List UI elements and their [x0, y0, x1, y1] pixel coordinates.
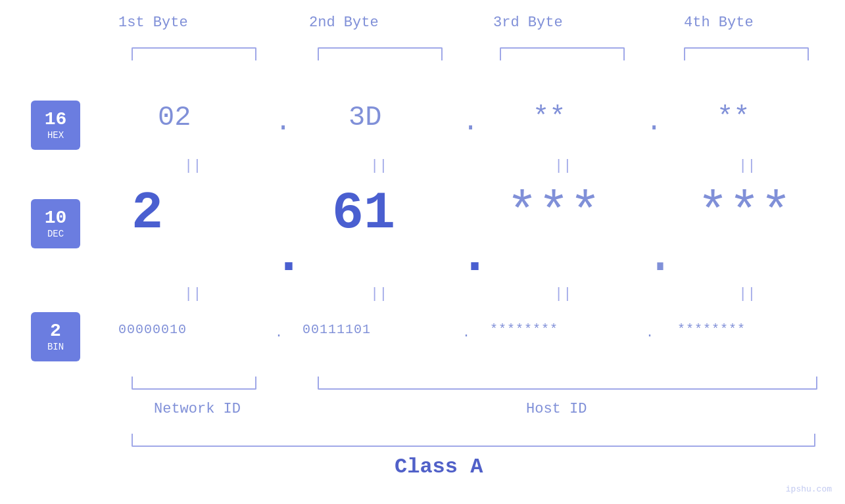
bottom-bracket-234 — [318, 377, 817, 390]
eq1-byte1: || — [184, 158, 201, 174]
hex-byte1: 02 — [158, 102, 191, 133]
class-bar — [132, 434, 815, 447]
dec-byte3: *** — [506, 187, 601, 240]
hex-dot-3: . — [646, 106, 662, 138]
byte4-header: 4th Byte — [684, 14, 754, 31]
dec-badge: 10 DEC — [31, 199, 80, 248]
dec-dot-2: . — [459, 230, 491, 283]
dec-dot-3: . — [644, 230, 676, 283]
bin-byte3: ******** — [490, 322, 558, 337]
host-id-label: Host ID — [526, 401, 587, 417]
byte3-header: 3rd Byte — [493, 14, 563, 31]
eq2-byte4: || — [738, 286, 756, 302]
bin-byte2: 00111101 — [302, 322, 371, 337]
bin-byte4: ******** — [677, 322, 746, 337]
bin-dot-3: . — [646, 325, 654, 340]
top-bracket-1 — [132, 47, 256, 60]
byte2-header: 2nd Byte — [309, 14, 379, 31]
eq2-byte2: || — [370, 286, 387, 302]
top-bracket-4 — [684, 47, 809, 60]
hex-byte2: 3D — [349, 102, 381, 133]
bin-byte1: 00000010 — [118, 322, 187, 337]
dec-byte2: 61 — [332, 187, 395, 240]
hex-byte3: ** — [533, 102, 566, 133]
class-label: Class A — [395, 455, 483, 479]
dec-dot-1: . — [273, 230, 304, 283]
eq1-byte4: || — [738, 158, 756, 174]
hex-badge: 16 HEX — [31, 101, 80, 150]
bin-badge: 2 BIN — [31, 312, 80, 361]
top-bracket-2 — [318, 47, 443, 60]
page-container: 1st Byte 2nd Byte 3rd Byte 4th Byte 16 H… — [0, 0, 845, 504]
eq1-byte3: || — [554, 158, 571, 174]
eq2-byte3: || — [554, 286, 571, 302]
bottom-bracket-1 — [132, 377, 256, 390]
eq1-byte2: || — [370, 158, 387, 174]
hex-dot-1: . — [275, 106, 291, 138]
top-bracket-3 — [500, 47, 625, 60]
bin-dot-1: . — [275, 325, 283, 340]
bin-dot-2: . — [462, 325, 470, 340]
hex-byte4: ** — [717, 102, 750, 133]
dec-byte4: *** — [697, 187, 792, 240]
eq2-byte1: || — [184, 286, 201, 302]
watermark: ipshu.com — [786, 484, 832, 494]
byte1-header: 1st Byte — [118, 14, 188, 31]
hex-dot-2: . — [462, 106, 479, 138]
network-id-label: Network ID — [154, 401, 241, 417]
dec-byte1: 2 — [132, 187, 163, 240]
